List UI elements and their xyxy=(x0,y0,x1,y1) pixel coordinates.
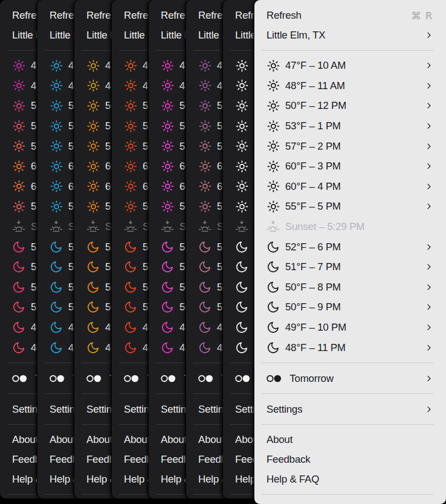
moon-icon xyxy=(235,300,249,314)
menu-item-hour-4811am[interactable]: 48°F – 11 AM xyxy=(254,76,446,96)
moon-icon xyxy=(235,240,249,254)
sun-icon xyxy=(12,179,26,193)
sun-icon xyxy=(198,79,212,92)
menu-item-sunset: Sunset – 5:29 PM xyxy=(254,217,446,237)
chevron-right-icon xyxy=(425,30,433,40)
menu-item-feedback[interactable]: Feedback xyxy=(254,450,446,469)
moon-icon xyxy=(86,260,100,273)
sun-icon xyxy=(123,119,138,133)
menu-item-hour-509pm[interactable]: 50°F – 9 PM xyxy=(254,297,446,317)
chevron-right-icon xyxy=(425,61,433,70)
menu-item-tomorrow[interactable]: Tomorrow xyxy=(254,368,446,388)
moon-icon xyxy=(266,260,280,273)
chevron-right-icon xyxy=(425,404,433,414)
moon-icon xyxy=(198,281,212,294)
menu-item-hour-5012pm[interactable]: 50°F – 12 PM xyxy=(254,96,446,116)
chevron-right-icon xyxy=(425,161,433,171)
moon-icon xyxy=(86,300,100,314)
day-night-icon xyxy=(123,372,142,385)
moon-icon xyxy=(86,240,100,254)
menu-item-settings[interactable]: Settings xyxy=(254,399,446,419)
moon-icon xyxy=(160,300,175,314)
menu-item-hour-4910pm[interactable]: 49°F – 10 PM xyxy=(254,317,446,338)
sunset-icon xyxy=(160,220,175,234)
moon-icon xyxy=(160,321,175,334)
menu-item-label: About xyxy=(86,434,112,446)
menu-item-hour-555pm[interactable]: 55°F – 5 PM xyxy=(254,196,446,217)
sun-icon xyxy=(86,160,100,173)
sun-icon xyxy=(49,200,63,213)
menu-item-hour-604pm[interactable]: 60°F – 4 PM xyxy=(254,177,446,197)
chevron-right-icon xyxy=(425,322,433,332)
sun-icon xyxy=(266,179,280,193)
menu-item-label: 47°F – 10 AM xyxy=(285,59,346,72)
sun-icon xyxy=(235,79,249,92)
sun-icon xyxy=(123,200,138,213)
sunset-icon xyxy=(123,220,138,234)
menu-item-location[interactable]: Little Elm, TX xyxy=(254,25,446,45)
sun-icon xyxy=(160,160,175,173)
sun-icon xyxy=(235,179,249,193)
menu-item-label: 53°F – 1 PM xyxy=(285,120,341,132)
menu-item-help[interactable]: Help & FAQ xyxy=(254,469,446,489)
menu-item-label: 55°F – 5 PM xyxy=(285,200,341,212)
sun-icon xyxy=(123,179,138,193)
menu-item-hour-572pm[interactable]: 57°F – 2 PM xyxy=(254,136,446,156)
sun-icon xyxy=(86,59,100,73)
moon-icon xyxy=(123,281,138,294)
sun-icon xyxy=(160,99,175,113)
menu-item-hour-4710am[interactable]: 47°F – 10 AM xyxy=(254,56,446,76)
menu-item-label: 48°F – 11 PM xyxy=(285,342,346,354)
moon-icon xyxy=(12,260,26,273)
menu-item-hour-603pm[interactable]: 60°F – 3 PM xyxy=(254,156,446,177)
moon-icon xyxy=(235,341,249,354)
moon-icon xyxy=(266,341,280,354)
sun-icon xyxy=(12,200,26,213)
moon-icon xyxy=(49,240,63,254)
sun-icon xyxy=(266,119,280,133)
sunset-icon xyxy=(235,220,249,234)
menu-item-label: 52°F – 6 PM xyxy=(285,241,341,253)
menu-item-hour-508pm[interactable]: 50°F – 8 PM xyxy=(254,277,446,298)
menu-item-refresh[interactable]: Refresh⌘ R xyxy=(254,6,446,25)
sun-icon xyxy=(12,119,26,133)
menu-item-about[interactable]: About xyxy=(254,430,446,450)
moon-icon xyxy=(235,321,249,334)
moon-icon xyxy=(266,240,280,254)
menu-list: Refresh⌘ RLittle Elm, TX47°F – 10 AM48°F… xyxy=(254,0,446,495)
menu-item-label: About xyxy=(161,434,187,446)
sun-icon xyxy=(160,79,175,92)
sun-icon xyxy=(235,139,249,153)
menu-item-hour-4811pm[interactable]: 48°F – 11 PM xyxy=(254,337,446,358)
chevron-right-icon xyxy=(425,302,433,312)
moon-icon xyxy=(86,321,100,334)
menu-item-label: 60°F – 3 PM xyxy=(285,160,341,172)
menu-item-label: About xyxy=(50,434,75,446)
sun-icon xyxy=(49,139,63,153)
chevron-right-icon xyxy=(425,141,433,151)
sun-icon xyxy=(123,139,138,153)
chevron-right-icon xyxy=(425,201,433,211)
menu-item-hour-517pm[interactable]: 51°F – 7 PM xyxy=(254,257,446,277)
moon-icon xyxy=(86,341,100,354)
sun-icon xyxy=(160,179,175,193)
sun-icon xyxy=(86,139,100,153)
sun-icon xyxy=(198,99,212,113)
sun-icon xyxy=(12,139,26,153)
menu-item-hour-526pm[interactable]: 52°F – 6 PM xyxy=(254,237,446,257)
moon-icon xyxy=(123,260,138,273)
moon-icon xyxy=(12,321,26,334)
sun-icon xyxy=(86,99,100,113)
moon-icon xyxy=(49,321,63,334)
moon-icon xyxy=(123,300,138,314)
moon-icon xyxy=(49,341,63,354)
moon-icon xyxy=(266,300,280,314)
menu-separator xyxy=(262,50,433,51)
day-night-icon xyxy=(49,372,68,385)
menu-item-label: Settings xyxy=(266,403,302,415)
sun-icon xyxy=(12,59,26,73)
moon-icon xyxy=(198,300,212,314)
menu-item-hour-531pm[interactable]: 53°F – 1 PM xyxy=(254,116,446,136)
sun-icon xyxy=(12,79,26,92)
sun-icon xyxy=(266,59,280,73)
